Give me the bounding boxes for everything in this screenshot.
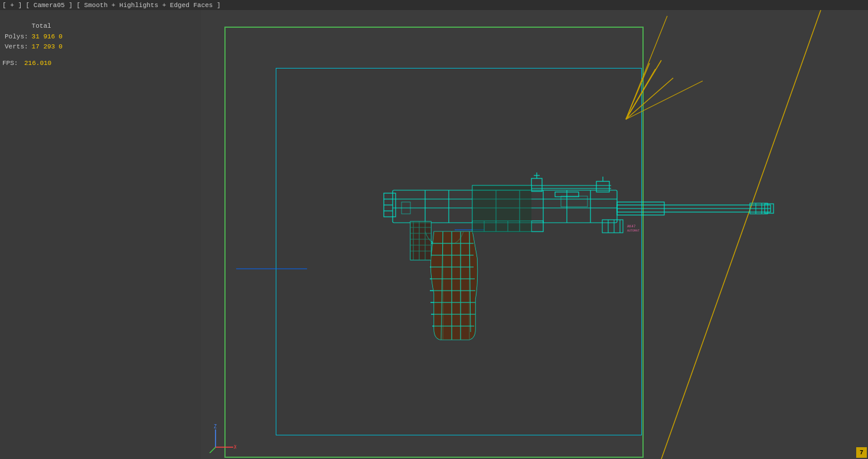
polys-value: 31 916 <box>31 32 57 42</box>
stats-overlay: Total Polys: 31 916 0 Verts: 17 293 0 FP… <box>2 21 65 68</box>
viewport-number-badge: 7 <box>856 447 867 458</box>
svg-text:X: X <box>234 445 236 450</box>
svg-text:AK47: AK47 <box>627 224 636 228</box>
fps-value: 216.010 <box>24 60 51 67</box>
svg-line-3 <box>626 78 673 119</box>
viewport-title: [ + ] [ Camera05 ] [ Smooth + Highlights… <box>2 2 221 9</box>
svg-text:AUTOMAT: AUTOMAT <box>627 229 639 232</box>
svg-rect-76 <box>472 185 531 233</box>
svg-line-93 <box>210 447 216 453</box>
svg-rect-24 <box>531 178 542 191</box>
3d-scene: AK47 AUTOMAT <box>201 10 868 459</box>
axis-indicator: Z X Y <box>207 424 236 453</box>
svg-line-5 <box>626 16 667 119</box>
verts-label: Verts: <box>4 42 30 52</box>
svg-rect-77 <box>410 222 431 260</box>
left-panel: Total Polys: 31 916 0 Verts: 17 293 0 FP… <box>0 10 201 459</box>
main-viewport[interactable]: AK47 AUTOMAT Z X Y 7 <box>201 10 868 459</box>
svg-text:Z: Z <box>214 424 217 429</box>
fps-label: FPS: <box>2 60 18 67</box>
svg-line-0 <box>661 10 821 459</box>
verts-extra: 0 <box>57 42 64 52</box>
verts-value: 17 293 <box>31 42 57 52</box>
polys-label: Polys: <box>4 32 30 42</box>
viewport-title-bar: [ + ] [ Camera05 ] [ Smooth + Highlights… <box>0 0 868 10</box>
polys-extra: 0 <box>57 32 64 42</box>
total-label: Total <box>31 21 57 31</box>
svg-rect-79 <box>561 196 588 207</box>
